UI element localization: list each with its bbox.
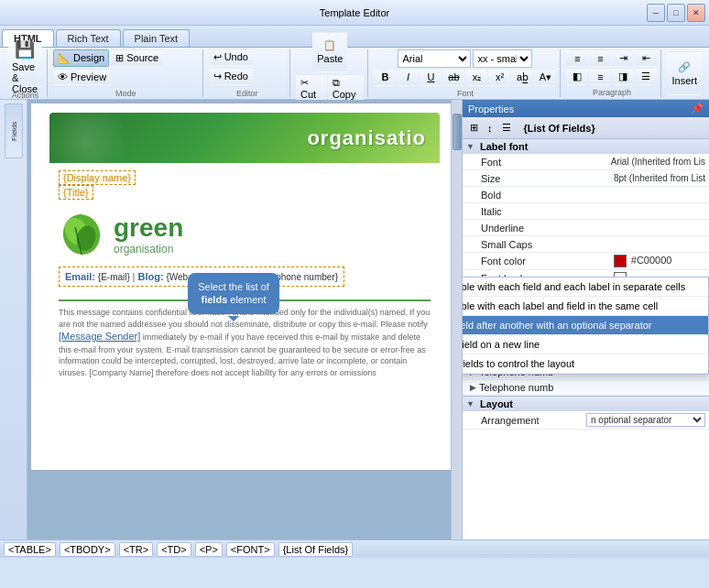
status-listoffields[interactable]: {List Of Fields} <box>278 542 354 557</box>
list-unordered-button[interactable]: ≡ <box>566 49 588 67</box>
prop-row-italic: Italic <box>463 203 709 220</box>
green-text: green <box>114 213 183 243</box>
paste-icon: 📋 <box>323 39 336 51</box>
message-sender-link[interactable]: [Message Sender] <box>59 331 140 342</box>
status-p[interactable]: <P> <box>195 542 223 557</box>
toolbar: 💾 Save &Close Actions 📐 Design ⊞ Source … <box>0 48 709 100</box>
name-fields: {Display name} {Title} <box>59 170 440 200</box>
insert-icon: 🔗 <box>678 61 691 73</box>
indent-button[interactable]: ⇥ <box>612 49 634 67</box>
italic-button[interactable]: I <box>397 69 419 86</box>
prop-row-bold: Bold <box>463 187 709 203</box>
status-font[interactable]: <FONT> <box>226 542 275 557</box>
tab-bar: HTML Rich Text Plain Text <box>0 26 709 48</box>
window-controls: ─ □ ✕ <box>647 4 705 22</box>
display-name-field[interactable]: {Display name} <box>59 170 136 185</box>
label-font-section[interactable]: ▼ Label font <box>463 139 709 154</box>
properties-label: Properties <box>468 103 514 114</box>
tab-richtext[interactable]: Rich Text <box>56 29 121 47</box>
status-bar: <TABLE> <TBODY> <TR> <TD> <P> <FONT> {Li… <box>0 539 709 558</box>
font-color-button[interactable]: A▾ <box>534 69 556 86</box>
save-close-label: Save &Close <box>12 61 38 94</box>
redo-button[interactable]: ↪ Redo <box>209 68 253 85</box>
close-button[interactable]: ✕ <box>687 4 705 22</box>
layout-section[interactable]: ▼ Layout <box>463 396 709 411</box>
source-button[interactable]: ⊞ Source <box>111 49 163 67</box>
status-table[interactable]: <TABLE> <box>4 542 56 557</box>
preview-button[interactable]: 👁 Preview <box>53 69 111 85</box>
prop-categories-button[interactable]: ⊞ <box>466 119 482 136</box>
toolbar-group-mode: 📐 Design ⊞ Source 👁 Preview Mode <box>49 49 203 97</box>
fields-panel-icon[interactable]: Fields <box>5 103 23 158</box>
font-size-select[interactable]: xx - small <box>473 49 532 68</box>
paragraph-label: Paragraph <box>593 88 631 97</box>
prop-row-underline: Underline <box>463 220 709 236</box>
prop-list-button[interactable]: ☰ <box>498 119 515 136</box>
telephone2-expand: ▶ <box>470 383 476 392</box>
paste-button[interactable]: 📋 Paste <box>312 32 347 72</box>
leaf-logo <box>59 209 104 259</box>
underline-button[interactable]: U <box>420 69 442 86</box>
align-justify-button[interactable]: ☰ <box>635 68 657 85</box>
org-header-text: organisatio <box>307 126 426 150</box>
dropdown-item-2[interactable]: In a table with each label and field in … <box>463 297 708 316</box>
dropdown-item-5[interactable]: Allow fields to control the layout <box>463 354 708 374</box>
toolbar-group-editor: ↩ Undo ↪ Redo Editor <box>205 49 290 97</box>
toolbar-group-font: Arial xx - small B I U ab x₂ x² ab̲ A▾ F… <box>370 49 561 97</box>
status-td[interactable]: <TD> <box>157 542 191 557</box>
highlight-button[interactable]: ab̲ <box>511 69 533 86</box>
dropdown-item-4[interactable]: Each field on a new line <box>463 335 708 354</box>
toolbar-group-insert: 🔗 Insert <box>663 49 705 97</box>
minimize-button[interactable]: ─ <box>647 4 665 22</box>
strikethrough-button[interactable]: ab <box>442 69 464 86</box>
prop-row-telephone2[interactable]: ▶ Telephone numb <box>463 380 709 396</box>
main-area: Fields organisatio {Display name} {Title… <box>0 100 709 539</box>
save-close-button[interactable]: 💾 Save &Close <box>7 47 43 87</box>
dropdown-item-1[interactable]: In a table with each field and each labe… <box>463 278 708 297</box>
status-tr[interactable]: <TR> <box>119 542 154 557</box>
prop-toolbar: ⊞ ↕ ☰ {List Of Fields} <box>463 117 709 139</box>
superscript-button[interactable]: x² <box>488 69 510 86</box>
green-logo-section: green organisation <box>59 209 440 259</box>
align-right-button[interactable]: ◨ <box>612 68 634 85</box>
properties-header: Properties 📌 <box>463 100 709 117</box>
properties-panel: Properties 📌 ⊞ ↕ ☰ {List Of Fields} ▼ La… <box>462 100 709 539</box>
pin-icon: 📌 <box>691 103 704 114</box>
scroll-thumb[interactable] <box>453 114 462 150</box>
title-field[interactable]: {Title} <box>59 185 93 200</box>
layout-expand-icon: ▼ <box>466 399 474 408</box>
vertical-scrollbar[interactable] <box>451 100 462 539</box>
arrangement-select[interactable]: n optional separator <box>586 413 705 427</box>
dropdown-item-3[interactable]: One field after another with an optional… <box>463 316 708 335</box>
list-ordered-button[interactable]: ≡ <box>589 49 611 67</box>
green-header: organisatio <box>49 113 440 163</box>
tab-plaintext[interactable]: Plain Text <box>123 29 191 47</box>
title-bar: Template Editor ─ □ ✕ <box>0 0 709 26</box>
save-icon: 💾 <box>15 39 35 60</box>
toolbar-group-clipboard: 📋 Paste ✂ Cut ⧉ Copy Clipboard <box>292 49 368 97</box>
bold-button[interactable]: B <box>374 69 396 86</box>
layout-label: Layout <box>480 398 513 409</box>
font-color-swatch[interactable] <box>614 255 627 267</box>
actions-label: Actions <box>12 91 39 100</box>
align-left-button[interactable]: ◧ <box>566 68 588 85</box>
align-center-button[interactable]: ≡ <box>589 68 611 85</box>
canvas-area: organisatio {Display name} {Title} green… <box>27 100 462 539</box>
prop-element-title: {List Of Fields} <box>524 123 595 134</box>
disclaimer-text: This message contains confidential infor… <box>59 307 431 378</box>
copy-button[interactable]: ⧉ Copy <box>328 74 365 103</box>
editor-label: Editor <box>236 89 258 98</box>
insert-button[interactable]: 🔗 Insert <box>667 51 702 95</box>
outdent-button[interactable]: ⇤ <box>635 49 657 67</box>
font-select[interactable]: Arial <box>398 49 471 68</box>
status-tbody[interactable]: <TBODY> <box>60 542 115 557</box>
prop-sort-button[interactable]: ↕ <box>484 120 496 136</box>
mode-label: Mode <box>115 89 136 98</box>
cut-button[interactable]: ✂ Cut <box>296 74 327 103</box>
maximize-button[interactable]: □ <box>667 4 685 22</box>
window-title: Template Editor <box>320 7 389 18</box>
undo-button[interactable]: ↩ Undo <box>209 49 253 66</box>
subscript-button[interactable]: x₂ <box>465 69 487 86</box>
left-panel: Fields <box>0 100 27 539</box>
design-button[interactable]: 📐 Design <box>53 49 109 67</box>
